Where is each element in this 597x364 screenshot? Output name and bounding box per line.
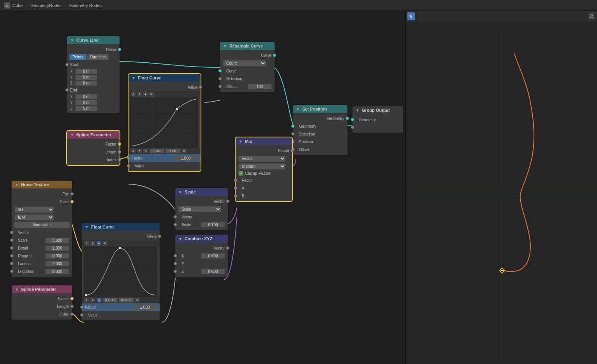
sp2-index-label: Index xyxy=(15,312,69,317)
rc-count-input[interactable] xyxy=(248,84,271,89)
nt-detail-input[interactable] xyxy=(46,246,69,251)
mix-a-socket xyxy=(234,186,237,190)
mix-b-row: B xyxy=(236,192,292,200)
fc1-factor-input[interactable] xyxy=(174,156,197,161)
viewport-select-btn[interactable] xyxy=(407,12,415,20)
end-label-row: End: xyxy=(67,86,120,94)
fc1-val-btn3[interactable]: ∧ xyxy=(143,149,148,153)
rc-curve-output-socket xyxy=(273,54,276,57)
fc1-curve-btn1[interactable]: ∧ xyxy=(131,92,136,97)
mix-a-row: A xyxy=(236,184,292,192)
rc-mode-select[interactable]: Count Length Evaluated xyxy=(223,60,266,66)
nt-fac-socket xyxy=(70,192,74,195)
fc2-val-btn3[interactable]: ∧ xyxy=(97,298,102,302)
end-z-input[interactable] xyxy=(76,106,97,111)
nt-scale-socket xyxy=(10,239,13,242)
fc2-curve-graph[interactable] xyxy=(83,246,157,297)
breadcrumb-geometry-nodes-2[interactable]: Geometry Nodes xyxy=(69,3,102,8)
nt-roughness-input[interactable] xyxy=(46,253,69,258)
fc2-x-val[interactable] xyxy=(103,298,118,302)
fc2-value-input-socket xyxy=(80,313,83,317)
fc2-close-btn[interactable]: ✕ xyxy=(135,298,140,302)
fc1-val-btn1[interactable]: ∧ xyxy=(131,149,136,153)
end-y-input[interactable] xyxy=(76,100,97,105)
cxyz-y-label: Y xyxy=(178,262,225,266)
fc2-curve-btn1[interactable]: ∧ xyxy=(84,241,89,246)
fc1-curve-graph[interactable] xyxy=(130,97,198,148)
end-label: End: xyxy=(70,88,116,92)
noise-texture-node: ▼ Noise Texture Fac Color 3D 1D 2D 4D xyxy=(12,181,72,277)
noise-texture-title: Noise Texture xyxy=(21,182,49,187)
curve-line-body: Curve Points Direction Start: X Y Z xyxy=(67,44,120,113)
svg-rect-2 xyxy=(130,97,198,148)
nt-dim-select[interactable]: 3D 1D 2D 4D xyxy=(15,207,54,213)
start-x-row: X xyxy=(67,69,120,74)
cxyz-y-row: Y xyxy=(175,260,228,267)
sp-selection-row: Selection xyxy=(293,130,347,138)
fc2-curve-btn3[interactable]: ● xyxy=(97,241,101,246)
fc2-curve-vals: ∧ ∧ ∧ ✕ xyxy=(82,297,160,303)
cxyz-z-input[interactable] xyxy=(201,269,225,274)
scale-scale-socket xyxy=(174,223,177,226)
cxyz-x-input[interactable] xyxy=(201,253,225,258)
breadcrumb-cube[interactable]: Cube xyxy=(12,3,23,8)
fc2-value-output-socket xyxy=(158,235,161,238)
nt-distortion-input[interactable] xyxy=(46,269,69,274)
fc2-factor-input[interactable] xyxy=(133,305,157,310)
nt-normalize-btn[interactable]: Normalize xyxy=(14,222,70,228)
fc1-val-btn2[interactable]: ∧ xyxy=(137,149,142,153)
fc2-y-val[interactable] xyxy=(119,298,134,302)
scale-header: ▼ Scale xyxy=(175,188,228,196)
start-x-input[interactable] xyxy=(76,69,97,74)
fc1-curve-btn2[interactable]: ∧ xyxy=(137,92,142,97)
breadcrumb-geometry-nodes-1[interactable]: GeometryNodes xyxy=(30,3,62,8)
scale-scale-input[interactable] xyxy=(201,222,225,227)
nt-type-select[interactable]: fBM Multifractal Hybrid Multifractal Rid… xyxy=(15,215,54,220)
cxyz-x-socket xyxy=(174,254,177,257)
sp2-length-row: Length xyxy=(12,302,72,310)
sp-geometry-input-socket xyxy=(291,125,294,128)
sp-geometry-input-label: Geometry xyxy=(296,124,344,128)
fc2-curve-btn4[interactable]: ✕ xyxy=(102,241,107,246)
nt-fac-row: Fac xyxy=(12,190,72,198)
fc2-val-btn2[interactable]: ∧ xyxy=(90,298,95,302)
scale-vector-input-label: Vector xyxy=(178,215,225,219)
fc2-val-btn1[interactable]: ∧ xyxy=(84,298,89,302)
fc1-curve-btn3[interactable]: ● xyxy=(143,92,148,97)
sp-geometry-input-row: Geometry xyxy=(293,122,347,130)
nt-lacunarity-input[interactable] xyxy=(46,261,69,266)
mix-type-select[interactable]: Vector Float Color xyxy=(239,156,285,162)
sp1-factor-row: Factor xyxy=(67,140,120,148)
fc1-close-btn[interactable]: ✕ xyxy=(181,149,187,153)
fc2-curve-btn2[interactable]: ∧ xyxy=(90,241,95,246)
viewport-top-right[interactable] xyxy=(588,12,595,20)
mix-factor-row: Factor xyxy=(236,176,292,184)
cxyz-z-row: Z xyxy=(175,267,228,275)
scale-type-select[interactable]: Scale xyxy=(178,206,221,212)
end-x-row: X xyxy=(67,94,120,100)
start-z-input[interactable] xyxy=(76,81,97,86)
start-y-input[interactable] xyxy=(76,75,97,80)
combine-xyz-header: ▼ Combine XYZ xyxy=(175,235,228,243)
nt-scale-input[interactable] xyxy=(46,238,69,243)
combine-xyz-title: Combine XYZ xyxy=(185,236,213,241)
fc2-factor-input-socket xyxy=(80,306,83,309)
node-editor-canvas[interactable]: ▼ Curve Line Curve Points Direction Star… xyxy=(0,11,405,364)
svg-point-32 xyxy=(501,270,503,271)
set-position-header: ▼ Set Position xyxy=(293,105,347,113)
mix-result-socket xyxy=(291,149,294,152)
fc1-value-output-socket xyxy=(199,86,202,89)
mix-clamp-label: Clamp Factor xyxy=(245,171,271,176)
svg-rect-13 xyxy=(85,294,87,296)
set-position-node: ▼ Set Position Geometry Geometry Selecti… xyxy=(293,105,347,155)
fc1-curve-btn4[interactable]: ✕ xyxy=(149,92,154,97)
spline-parameter-1-node: ▼ Spline Parameter Factor Length Index xyxy=(67,131,120,165)
fc1-y-val[interactable] xyxy=(166,149,180,153)
end-x-input[interactable] xyxy=(76,94,97,99)
mix-clamp-checkbox[interactable]: ✓ xyxy=(239,171,243,176)
fc1-x-val[interactable] xyxy=(150,149,164,153)
direction-button[interactable]: Direction xyxy=(87,54,109,60)
mix-blend-select[interactable]: Uniform Non-Uniform xyxy=(239,164,285,169)
viewport-toolbar xyxy=(406,11,597,22)
points-button[interactable]: Points xyxy=(69,54,86,60)
